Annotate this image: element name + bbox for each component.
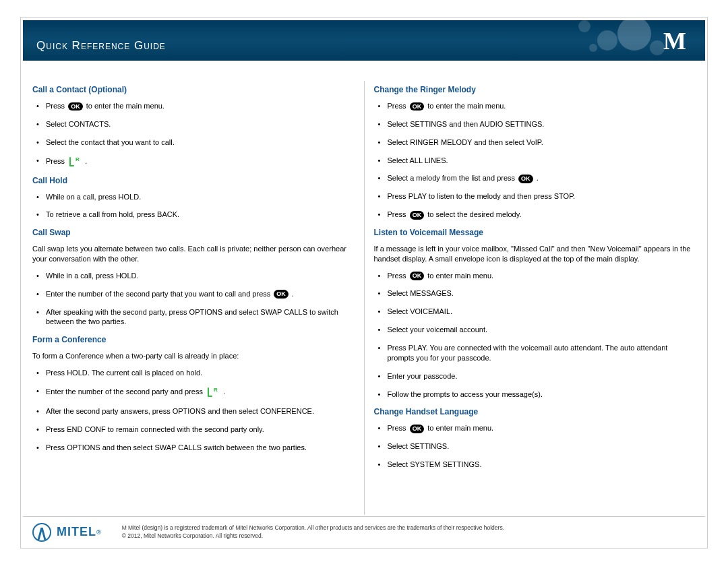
- section-title: Listen to Voicemail Message: [374, 228, 692, 237]
- step-item: Select the contact that you want to call…: [32, 137, 351, 148]
- section-title: Call a Contact (Optional): [32, 85, 351, 94]
- footer-legal: M Mitel (design) is a registered tradema…: [122, 524, 705, 539]
- step-item: Follow the prompts to access your messag…: [374, 389, 692, 400]
- footer-logo: MITEL®: [23, 523, 102, 542]
- step-item: Press OK to select the desired melody.: [374, 210, 692, 220]
- step-item: Select RINGER MELODY and then select VoI…: [374, 137, 692, 148]
- step-item: Select SYSTEM SETTINGS.: [374, 460, 692, 470]
- step-item: Select SETTINGS and then AUDIO SETTINGS.: [374, 119, 692, 129]
- footer-brand-text: MITEL: [57, 525, 96, 539]
- section-intro: To form a Conference when a two-party ca…: [32, 351, 351, 361]
- section-intro: If a message is left in your voice mailb…: [374, 244, 692, 264]
- mitel-logo-icon: [32, 523, 51, 542]
- step-item: Select VOICEMAIL.: [374, 307, 692, 317]
- step-item: Press R .: [32, 156, 351, 168]
- section-title: Call Hold: [32, 176, 351, 185]
- step-item: Enter your passcode.: [374, 371, 692, 381]
- right-column: Change the Ringer MelodyPress OK to ente…: [365, 74, 706, 522]
- step-list: Press OK to enter main menu.Select MESSA…: [374, 271, 692, 400]
- call-key-icon: R: [68, 156, 82, 168]
- step-item: Press OK to enter the main menu.: [32, 101, 351, 111]
- step-item: Press PLAY. You are connected with the v…: [374, 343, 692, 363]
- step-item: Press HOLD. The current call is placed o…: [32, 368, 351, 378]
- step-list: While in a call, press HOLD.Enter the nu…: [32, 271, 351, 327]
- brand-mark-icon: M: [663, 27, 690, 54]
- footer-legal-line2: © 2012, Mitel Networks Corporation. All …: [122, 532, 705, 540]
- call-key-icon: R: [206, 386, 220, 398]
- header-decoration: [543, 20, 665, 61]
- content-area: Call a Contact (Optional)Press OK to ent…: [23, 74, 705, 522]
- step-item: Select ALL LINES.: [374, 156, 692, 166]
- step-item: Press OK to enter the main menu.: [374, 101, 692, 111]
- ok-button-icon: OK: [410, 102, 425, 111]
- step-list: Press OK to enter main menu.Select SETTI…: [374, 423, 692, 470]
- ok-button-icon: OK: [410, 425, 425, 433]
- header-bar: M Quick Reference Guide: [23, 20, 705, 61]
- step-item: Select a melody from the list and press …: [374, 173, 692, 183]
- section-title: Call Swap: [32, 228, 351, 237]
- step-item: While on a call, press HOLD.: [32, 192, 351, 202]
- step-list: Press OK to enter the main menu.Select S…: [374, 101, 692, 220]
- step-list: Press OK to enter the main menu.Select C…: [32, 101, 351, 168]
- section-title: Form a Conference: [32, 335, 351, 344]
- step-item: Select CONTACTS.: [32, 119, 351, 129]
- step-item: To retrieve a call from hold, press BACK…: [32, 210, 351, 220]
- step-item: Enter the number of the second party and…: [32, 386, 351, 398]
- step-item: Select MESSAGES.: [374, 288, 692, 299]
- step-list: Press HOLD. The current call is placed o…: [32, 368, 351, 452]
- footer: MITEL® M Mitel (design) is a registered …: [23, 516, 705, 543]
- step-item: Select SETTINGS.: [374, 441, 692, 451]
- ok-button-icon: OK: [274, 290, 289, 299]
- ok-button-icon: OK: [518, 175, 533, 183]
- section-title: Change the Ringer Melody: [374, 85, 692, 94]
- step-item: While in a call, press HOLD.: [32, 271, 351, 281]
- step-item: After the second party answers, press OP…: [32, 406, 351, 416]
- section-title: Change Handset Language: [374, 407, 692, 416]
- footer-legal-line1: M Mitel (design) is a registered tradema…: [122, 524, 705, 532]
- step-item: Press OPTIONS and then select SWAP CALLS…: [32, 443, 351, 453]
- step-item: Press PLAY to listen to the melody and t…: [374, 191, 692, 201]
- ok-button-icon: OK: [68, 102, 83, 111]
- ok-button-icon: OK: [410, 272, 425, 280]
- ok-button-icon: OK: [410, 211, 425, 220]
- step-item: Press OK to enter main menu.: [374, 423, 692, 433]
- section-intro: Call swap lets you alternate between two…: [32, 244, 351, 264]
- step-item: Press END CONF to remain connected with …: [32, 425, 351, 435]
- left-column: Call a Contact (Optional)Press OK to ent…: [23, 74, 364, 522]
- step-item: Press OK to enter main menu.: [374, 271, 692, 281]
- svg-text:R: R: [75, 156, 80, 162]
- step-item: Enter the number of the second party tha…: [32, 289, 351, 299]
- step-item: Select your voicemail account.: [374, 325, 692, 335]
- step-item: After speaking with the second party, pr…: [32, 307, 351, 327]
- svg-text:R: R: [214, 387, 218, 393]
- step-list: While on a call, press HOLD.To retrieve …: [32, 192, 351, 220]
